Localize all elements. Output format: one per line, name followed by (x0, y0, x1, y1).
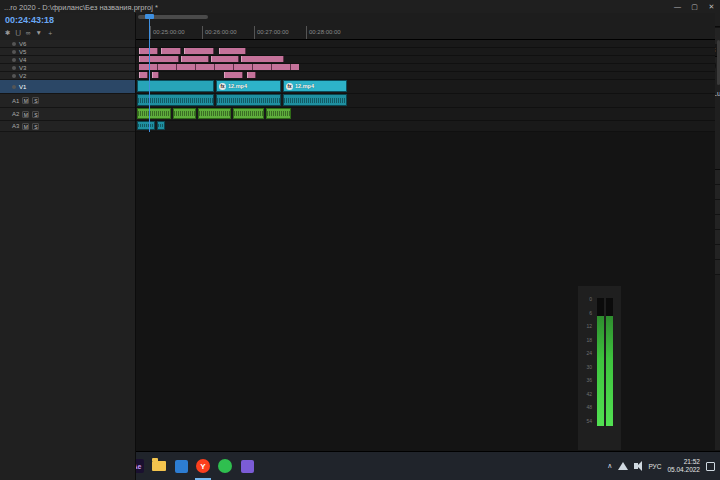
timeline-audio-clip[interactable] (216, 94, 281, 106)
track-a1[interactable] (136, 94, 715, 108)
track-header-v6[interactable]: V6 (0, 40, 135, 48)
track-v4[interactable] (136, 56, 715, 64)
action-center-icon[interactable] (706, 462, 715, 471)
track-header-a3[interactable]: A3MS (0, 121, 135, 132)
timeline-ruler[interactable]: 00:25:00:00 00:26:00:00 00:27:00:00 00:2… (136, 13, 715, 40)
track-v3[interactable] (136, 64, 715, 72)
taskbar-app-green[interactable] (214, 452, 236, 480)
meter-tick: 6 (580, 310, 592, 316)
timeline-panel: green screen product, зелёный экран , ан… (0, 164, 366, 328)
title-bar: ...ro 2020 - D:\фриланс\Без названия.prp… (0, 0, 720, 14)
mute-button[interactable]: M (22, 123, 29, 130)
track-toggle-icon[interactable] (12, 42, 16, 46)
meter-tick: 18 (580, 337, 592, 343)
timeline-clip[interactable] (139, 64, 299, 70)
track-label: V6 (19, 41, 26, 47)
track-toggle-icon[interactable] (12, 50, 16, 54)
timeline-clip[interactable] (161, 48, 181, 54)
timeline-clip[interactable] (219, 48, 246, 54)
timeline-audio-clip[interactable] (173, 108, 196, 119)
solo-button[interactable]: S (32, 111, 39, 118)
taskbar-app-yandex[interactable]: Y (192, 452, 214, 480)
track-v1[interactable]: fx12.mp4 fx12.mp4 (136, 80, 715, 94)
premiere-window: ...ro 2020 - D:\фриланс\Без названия.prp… (0, 0, 720, 480)
track-a2[interactable] (136, 108, 715, 121)
track-header-v2[interactable]: V2 (0, 72, 135, 80)
meter-tick: 54 (580, 418, 592, 424)
timeline-clip[interactable] (152, 72, 159, 78)
meter-bar-left (597, 298, 604, 426)
network-icon[interactable] (618, 462, 628, 470)
track-header-v5[interactable]: V5 (0, 48, 135, 56)
ruler-label: 00:26:00:00 (202, 26, 237, 39)
timeline-audio-clip[interactable] (157, 121, 165, 130)
maximize-button[interactable]: ▢ (686, 0, 703, 14)
mute-button[interactable]: M (22, 111, 29, 118)
timeline-audio-clip[interactable] (283, 94, 347, 106)
track-toggle-icon[interactable] (12, 74, 16, 78)
playhead-line (149, 18, 150, 132)
timeline-clip[interactable] (139, 72, 148, 78)
track-v2[interactable] (136, 72, 715, 80)
track-toggle-icon[interactable] (12, 66, 16, 70)
ruler-label: 00:28:00:00 (306, 26, 341, 39)
timeline-audio-clip[interactable] (266, 108, 291, 119)
fx-badge: fx (219, 83, 226, 90)
clock-time: 21:52 (667, 458, 700, 466)
timeline-clip[interactable] (247, 72, 256, 78)
solo-button[interactable]: S (32, 97, 39, 104)
track-header-v3[interactable]: V3 (0, 64, 135, 72)
solo-button[interactable]: S (32, 123, 39, 130)
timeline-plus-icon[interactable]: ＋ (47, 29, 54, 39)
timeline-audio-clip[interactable] (198, 108, 231, 119)
volume-icon[interactable] (634, 463, 638, 469)
timeline-empty-area (136, 132, 715, 480)
taskbar-app-violet[interactable] (236, 452, 258, 480)
close-button[interactable]: ✕ (703, 0, 720, 14)
timeline-toolbar: ✱ ⋃ ∞ ▼ ＋ (0, 27, 135, 39)
explorer-folder-icon (152, 461, 166, 471)
ruler-label: 00:27:00:00 (254, 26, 289, 39)
track-label: V2 (19, 73, 26, 79)
green-app-icon (218, 459, 232, 473)
timeline-audio-clip[interactable] (137, 108, 171, 119)
photos-icon (175, 460, 188, 473)
track-toggle-icon[interactable] (12, 85, 16, 89)
timeline-clip[interactable] (241, 56, 284, 62)
taskbar-app-photos[interactable] (170, 452, 192, 480)
taskbar-app-explorer[interactable] (148, 452, 170, 480)
track-header-v4[interactable]: V4 (0, 56, 135, 64)
timeline-clip[interactable] (211, 56, 239, 62)
language-indicator[interactable]: РУС (648, 463, 661, 470)
timeline-clip[interactable] (224, 72, 243, 78)
add-marker-icon[interactable]: ▼ (35, 29, 41, 39)
window-title: ...ro 2020 - D:\фриланс\Без названия.prp… (4, 3, 158, 12)
taskbar-clock[interactable]: 21:52 05.04.2022 (667, 458, 700, 474)
yandex-browser-icon: Y (196, 459, 210, 473)
linked-selection-icon[interactable]: ∞ (26, 29, 31, 39)
track-label: V5 (19, 49, 26, 55)
timeline-audio-clip[interactable] (233, 108, 264, 119)
snap-icon[interactable]: ⋃ (15, 29, 20, 39)
timeline-audio-clip[interactable] (137, 121, 155, 130)
track-header-a1[interactable]: A1MS (0, 94, 135, 108)
timeline-clip[interactable] (139, 56, 179, 62)
track-toggle-icon[interactable] (12, 58, 16, 62)
timeline-timecode[interactable]: 00:24:43:18 (0, 13, 135, 27)
timeline-settings-icon[interactable]: ✱ (5, 29, 10, 39)
track-header-a2[interactable]: A2MS (0, 108, 135, 121)
timeline-clip[interactable] (181, 56, 209, 62)
timeline-track-headers: 00:24:43:18 ✱ ⋃ ∞ ▼ ＋ V6 V5 V4 V3 V2 V1 … (0, 13, 136, 480)
track-a3[interactable] (136, 121, 715, 132)
track-v5[interactable] (136, 48, 715, 56)
timeline-clip[interactable]: fx12.mp4 (216, 80, 281, 92)
timeline-clip[interactable] (184, 48, 214, 54)
track-v6[interactable] (136, 40, 715, 48)
minimize-button[interactable]: — (669, 0, 686, 14)
timeline-clip[interactable]: fx12.mp4 (283, 80, 347, 92)
timeline-tracks-area[interactable]: 00:25:00:00 00:26:00:00 00:27:00:00 00:2… (136, 13, 715, 480)
system-tray: ∧ РУС 21:52 05.04.2022 (607, 452, 720, 480)
mute-button[interactable]: M (22, 97, 29, 104)
tray-expand-icon[interactable]: ∧ (607, 462, 612, 470)
track-header-v1[interactable]: V1 (0, 80, 135, 94)
